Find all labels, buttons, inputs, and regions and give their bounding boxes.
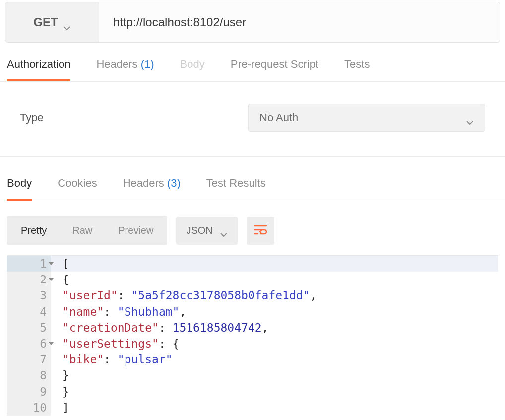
- view-pretty-label: Pretty: [21, 225, 47, 236]
- gutter-line-number: 4: [7, 304, 51, 320]
- gutter-line-number: 3: [7, 287, 51, 303]
- chevron-down-icon: [220, 228, 228, 233]
- gutter-line-number: 2: [7, 272, 51, 287]
- body-view-segmented: Pretty Raw Preview: [7, 216, 167, 245]
- view-pretty-button[interactable]: Pretty: [8, 217, 60, 244]
- tab-pre-request-script[interactable]: Pre-request Script: [231, 58, 318, 81]
- code-line: 4 "name": "Shubham",: [7, 304, 498, 320]
- wrap-lines-icon: [253, 224, 267, 237]
- gutter-line-number: 6: [7, 336, 51, 351]
- request-bar: GET http://localhost:8102/user: [0, 0, 505, 43]
- line-wrap-button[interactable]: [247, 217, 274, 245]
- gutter-line-number: 9: [7, 384, 51, 400]
- code-content: "userSettings": {: [51, 336, 498, 351]
- code-content: [: [51, 256, 498, 272]
- code-content: }: [51, 367, 498, 383]
- view-raw-label: Raw: [72, 225, 92, 236]
- auth-panel: Type No Auth: [0, 82, 505, 157]
- fold-toggle-icon[interactable]: [49, 278, 54, 281]
- tab-pre-request-label: Pre-request Script: [231, 58, 318, 70]
- code-content: "userId": "5a5f28cc3178058b0fafe1dd",: [51, 287, 498, 303]
- code-line: 6 "userSettings": {: [7, 336, 498, 351]
- response-body-controls: Pretty Raw Preview JSON: [0, 201, 505, 255]
- gutter-line-number: 1: [7, 256, 51, 272]
- code-line: 2 {: [7, 272, 498, 287]
- code-content: }: [51, 384, 498, 400]
- body-format-label: JSON: [186, 225, 212, 236]
- code-line: 5 "creationDate": 1516185804742,: [7, 320, 498, 336]
- code-content: "name": "Shubham",: [51, 304, 498, 320]
- gutter-line-number: 10: [7, 400, 51, 416]
- code-line: 10]: [7, 400, 498, 416]
- tab-response-body-label: Body: [7, 177, 32, 189]
- fold-toggle-icon[interactable]: [49, 262, 54, 265]
- view-preview-button[interactable]: Preview: [105, 217, 166, 244]
- fold-toggle-icon[interactable]: [49, 342, 54, 345]
- tab-response-test-results[interactable]: Test Results: [206, 177, 266, 201]
- response-body-editor[interactable]: 1[2 {3 "userId": "5a5f28cc3178058b0fafe1…: [7, 255, 498, 416]
- tab-response-body[interactable]: Body: [7, 177, 32, 201]
- tab-authorization[interactable]: Authorization: [7, 58, 70, 81]
- tab-response-headers-count: (3): [167, 177, 181, 189]
- tab-tests-label: Tests: [344, 58, 370, 70]
- chevron-down-icon: [466, 115, 474, 120]
- tab-authorization-label: Authorization: [7, 58, 70, 70]
- code-line: 1[: [7, 256, 498, 272]
- code-line: 7 "bike": "pulsar": [7, 351, 498, 367]
- tab-body-label: Body: [180, 58, 205, 70]
- auth-type-value: No Auth: [259, 111, 298, 124]
- tab-body[interactable]: Body: [180, 58, 205, 81]
- tab-tests[interactable]: Tests: [344, 58, 370, 81]
- gutter-line-number: 8: [7, 367, 51, 383]
- request-tabs: Authorization Headers (1) Body Pre-reque…: [0, 43, 505, 82]
- tab-headers-count: (1): [141, 58, 154, 70]
- gutter-line-number: 5: [7, 320, 51, 336]
- tab-response-cookies-label: Cookies: [58, 177, 97, 189]
- tab-response-test-results-label: Test Results: [206, 177, 266, 189]
- tab-response-headers[interactable]: Headers (3): [123, 177, 181, 201]
- code-content: "creationDate": 1516185804742,: [51, 320, 498, 336]
- auth-type-select[interactable]: No Auth: [248, 104, 485, 132]
- tab-response-headers-label: Headers: [123, 177, 164, 189]
- code-content: ]: [51, 400, 498, 416]
- response-tabs: Body Cookies Headers (3) Test Results: [0, 157, 505, 201]
- code-line: 9 }: [7, 384, 498, 400]
- code-line: 3 "userId": "5a5f28cc3178058b0fafe1dd",: [7, 287, 498, 303]
- request-url-text: http://localhost:8102/user: [113, 15, 246, 29]
- auth-type-label: Type: [20, 111, 248, 124]
- chevron-down-icon: [63, 20, 71, 25]
- view-raw-button[interactable]: Raw: [60, 217, 105, 244]
- tab-headers[interactable]: Headers (1): [96, 58, 154, 81]
- body-format-select[interactable]: JSON: [176, 217, 237, 245]
- http-method-select[interactable]: GET: [5, 2, 99, 43]
- code-content: "bike": "pulsar": [51, 351, 498, 367]
- tab-response-cookies[interactable]: Cookies: [58, 177, 97, 201]
- gutter-line-number: 7: [7, 351, 51, 367]
- view-preview-label: Preview: [118, 225, 153, 236]
- request-url-input[interactable]: http://localhost:8102/user: [99, 2, 500, 43]
- code-content: {: [51, 272, 498, 287]
- tab-headers-label: Headers: [96, 58, 137, 70]
- http-method-label: GET: [33, 15, 58, 29]
- code-line: 8 }: [7, 367, 498, 383]
